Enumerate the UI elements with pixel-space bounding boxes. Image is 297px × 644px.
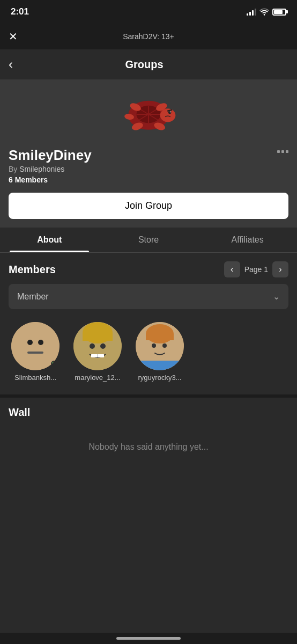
next-page-button[interactable]: ›	[272, 261, 288, 277]
avatar-image	[136, 322, 184, 370]
svg-point-16	[27, 340, 33, 345]
svg-point-23	[100, 343, 106, 349]
svg-rect-21	[83, 333, 113, 341]
svg-rect-18	[27, 352, 43, 354]
dropdown-label: Member	[17, 292, 49, 302]
close-button[interactable]: ✕	[9, 30, 18, 43]
list-item[interactable]: marylove_12...	[71, 322, 124, 382]
group-by: By Smilephonies	[9, 165, 92, 173]
wall-title: Wall	[9, 406, 288, 419]
chevron-down-icon: ⌄	[273, 291, 280, 302]
member-name: Slimbanksh...	[14, 374, 56, 382]
back-button[interactable]: ‹	[9, 57, 13, 72]
battery-icon	[272, 9, 286, 16]
svg-point-8	[170, 112, 171, 113]
group-info-row: SmileyDiney By Smilephonies 6 Members	[9, 147, 288, 184]
more-options-button[interactable]	[277, 150, 288, 153]
wall-section: Wall Nobody has said anything yet...	[0, 394, 297, 482]
page-label: Page 1	[244, 265, 268, 274]
group-members-count: 6 Members	[9, 175, 92, 184]
wall-empty-message: Nobody has said anything yet...	[9, 431, 288, 473]
page-header: ‹ Groups	[0, 49, 297, 79]
list-item[interactable]: ryguyrocky3...	[133, 322, 187, 382]
join-section: Join Group	[0, 193, 297, 228]
svg-point-22	[90, 343, 95, 349]
home-bar	[116, 637, 181, 640]
top-nav: ✕ SarahD2V: 13+	[0, 24, 297, 49]
group-name: SmileyDiney	[9, 147, 92, 164]
members-header: Members ‹ Page 1 ›	[9, 261, 288, 277]
avatar	[73, 322, 122, 370]
members-grid: Slimbanksh... marylove_12	[9, 318, 288, 386]
group-icon-container	[9, 90, 288, 138]
svg-point-17	[38, 340, 43, 345]
svg-rect-28	[146, 334, 174, 340]
svg-point-7	[168, 111, 171, 114]
avatar	[136, 322, 184, 370]
list-item[interactable]: Slimbanksh...	[9, 322, 62, 382]
members-section-title: Members	[9, 264, 56, 276]
home-indicator	[0, 633, 297, 644]
group-turtle-icon	[116, 90, 181, 138]
svg-point-30	[152, 343, 156, 348]
tab-store[interactable]: Store	[99, 228, 198, 252]
svg-point-31	[162, 343, 167, 348]
online-indicator	[51, 361, 57, 367]
join-group-button[interactable]: Join Group	[9, 193, 288, 219]
tab-bar: About Store Affiliates	[0, 228, 297, 253]
prev-page-button[interactable]: ‹	[224, 261, 240, 277]
signal-icon	[247, 8, 256, 16]
wifi-icon	[259, 8, 269, 16]
status-icons	[247, 8, 286, 16]
group-creator: Smilephonies	[19, 165, 64, 173]
username-label: SarahD2V: 13+	[123, 32, 174, 41]
pagination-controls: ‹ Page 1 ›	[224, 261, 288, 277]
member-role-dropdown[interactable]: Member ⌄	[9, 284, 288, 309]
tab-about[interactable]: About	[0, 228, 99, 252]
about-content: Members ‹ Page 1 › Member ⌄ Sli	[0, 253, 297, 394]
group-text-info: SmileyDiney By Smilephonies 6 Members	[9, 147, 92, 184]
avatar	[11, 322, 60, 370]
member-name: marylove_12...	[75, 374, 120, 382]
status-bar: 2:01	[0, 0, 297, 24]
page-title: Groups	[17, 58, 271, 71]
group-banner: SmileyDiney By Smilephonies 6 Members	[0, 79, 297, 193]
svg-rect-29	[136, 361, 184, 370]
avatar-image	[73, 322, 122, 370]
tab-affiliates[interactable]: Affiliates	[198, 228, 297, 252]
status-time: 2:01	[11, 6, 29, 17]
member-name: ryguyrocky3...	[138, 374, 182, 382]
